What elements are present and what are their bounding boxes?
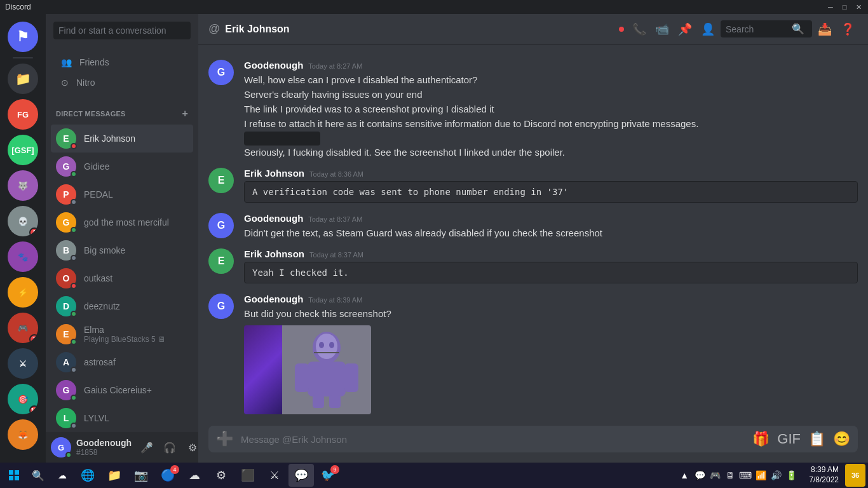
tray-monitor-icon[interactable]: 🖥 bbox=[724, 469, 736, 482]
status-dot-erik bbox=[71, 143, 77, 149]
add-friend-button[interactable]: 👤 bbox=[698, 19, 718, 39]
tray-battery-icon[interactable]: 🔋 bbox=[785, 469, 797, 482]
server-icon-home[interactable]: ⚑ bbox=[8, 22, 38, 52]
server-icon-gsf[interactable]: [GSF] bbox=[8, 135, 38, 165]
gif-button[interactable]: GIF bbox=[775, 426, 803, 452]
taskbar-search-button[interactable]: 🔍 bbox=[27, 464, 50, 487]
mute-button[interactable]: 🎤 bbox=[137, 437, 157, 458]
deafen-button[interactable]: 🎧 bbox=[159, 437, 180, 458]
server-icon-4[interactable]: 🎮 7 bbox=[8, 313, 38, 343]
camera-icon: 📷 bbox=[134, 468, 148, 482]
video-button[interactable]: 📹 bbox=[652, 19, 672, 39]
taskbar-twitter[interactable]: 🐦 9 bbox=[315, 464, 341, 487]
status-dot-godmost bbox=[71, 227, 77, 233]
message-author-3[interactable]: Goodenough bbox=[244, 213, 303, 224]
notification-badge[interactable]: 36 bbox=[845, 464, 865, 487]
dm-item-bigsmoke[interactable]: B Big smoke bbox=[51, 236, 193, 264]
maximize-button[interactable]: □ bbox=[840, 3, 849, 11]
taskbar-explorer[interactable]: 📁 bbox=[102, 464, 127, 487]
add-attachment-button[interactable]: ➕ bbox=[214, 426, 236, 452]
minimize-button[interactable]: ─ bbox=[826, 3, 835, 11]
message-avatar-5[interactable]: G bbox=[208, 294, 234, 319]
message-timestamp-1: Today at 8:27 AM bbox=[308, 62, 362, 70]
explorer-icon: 📁 bbox=[107, 468, 121, 482]
dm-name-elma: Elma bbox=[84, 325, 188, 335]
message-text-1a: Well, how else can I prove I disabled th… bbox=[244, 73, 858, 86]
taskbar-app1[interactable]: ⚙ bbox=[208, 464, 234, 487]
server-icon-2[interactable]: 🐾 bbox=[8, 241, 38, 272]
messages-area: G Goodenough Today at 8:27 AM Well, how … bbox=[198, 44, 868, 426]
tray-volume-icon[interactable]: 🔊 bbox=[770, 469, 782, 482]
tray-steam-icon[interactable]: 🎮 bbox=[709, 469, 721, 482]
dm-section-header: DIRECT MESSAGES + bbox=[46, 98, 198, 122]
message-avatar-3[interactable]: G bbox=[208, 213, 234, 238]
help-button[interactable]: ❓ bbox=[837, 19, 858, 39]
close-button[interactable]: ✕ bbox=[854, 3, 863, 11]
dm-item-pedal[interactable]: P PEDAL bbox=[51, 180, 193, 208]
dm-item-astrosaf[interactable]: A astrosaf bbox=[51, 348, 193, 376]
taskbar-camera[interactable]: 📷 bbox=[128, 464, 154, 487]
inbox-button[interactable]: 📥 bbox=[815, 19, 835, 39]
message-author-4[interactable]: Erik Johnson bbox=[244, 248, 304, 259]
dm-item-lylvl[interactable]: L LYLVL bbox=[51, 404, 193, 432]
emoji-button[interactable]: 😊 bbox=[831, 426, 853, 452]
message-author-2[interactable]: Erik Johnson bbox=[244, 168, 304, 179]
dm-item-elma[interactable]: E Elma Playing BlueStacks 5 🖥 bbox=[51, 320, 193, 348]
pin-button[interactable]: 📌 bbox=[675, 19, 695, 39]
start-button[interactable] bbox=[3, 464, 25, 487]
dm-item-gidiee[interactable]: G Gidiee bbox=[51, 152, 193, 180]
server-icon-folder[interactable]: 📁 bbox=[8, 64, 38, 94]
message-avatar-4[interactable]: E bbox=[208, 248, 234, 274]
message-spoiler-1[interactable] bbox=[244, 132, 320, 146]
taskbar-edge[interactable]: 🌐 bbox=[75, 464, 100, 487]
taskbar-chrome[interactable]: 🔵 4 bbox=[155, 464, 180, 487]
sticker-button[interactable]: 📋 bbox=[806, 426, 828, 452]
dm-name-astrosaf: astrosaf bbox=[84, 357, 188, 367]
add-dm-button[interactable]: + bbox=[182, 108, 188, 119]
server-icon-5[interactable]: ⚔ bbox=[8, 348, 38, 379]
server-icon-6[interactable]: 🎯 15 bbox=[8, 384, 38, 414]
tray-wifi-icon[interactable]: 📶 bbox=[754, 469, 767, 482]
dm-search-area bbox=[46, 14, 198, 47]
chat-message-input[interactable] bbox=[241, 427, 745, 452]
gift-button[interactable]: 🎁 bbox=[750, 426, 772, 452]
dm-avatar-pedal: P bbox=[56, 184, 76, 205]
server-icon-7[interactable]: 🦊 bbox=[8, 419, 38, 450]
nav-nitro[interactable]: ⊙ Nitro bbox=[51, 72, 193, 93]
message-image-5[interactable] bbox=[244, 325, 371, 414]
dm-item-erik[interactable]: E Erik Johnson bbox=[51, 125, 193, 152]
tray-discord-icon[interactable]: 💬 bbox=[693, 469, 706, 482]
server-icon-fg[interactable]: FG bbox=[8, 99, 38, 130]
dm-avatar-deeznutz: D bbox=[56, 296, 76, 316]
taskbar-discord[interactable]: 💬 bbox=[288, 464, 314, 487]
message-avatar-2[interactable]: E bbox=[208, 168, 234, 193]
taskbar-app2[interactable]: ⬛ bbox=[235, 464, 261, 487]
svg-point-6 bbox=[316, 334, 337, 359]
message-avatar-1[interactable]: G bbox=[208, 60, 234, 85]
dm-avatar-lylvl: L bbox=[56, 408, 76, 428]
server-icon-wolf[interactable]: 🐺 bbox=[8, 170, 38, 201]
nav-friends[interactable]: 👥 Friends bbox=[51, 52, 193, 72]
dm-sidebar: 👥 Friends ⊙ Nitro DIRECT MESSAGES + E Er… bbox=[46, 14, 198, 463]
dm-item-outkast[interactable]: O outkast bbox=[51, 264, 193, 292]
tray-icon-1[interactable]: ▲ bbox=[678, 469, 691, 482]
server-icon-3[interactable]: ⚡ bbox=[8, 277, 38, 308]
dm-search-input[interactable] bbox=[53, 22, 191, 39]
server-icon-1[interactable]: 💀 1 bbox=[8, 206, 38, 236]
taskbar-league[interactable]: ⚔ bbox=[262, 464, 287, 487]
dm-item-gaius[interactable]: G Gaius Cicereius+ bbox=[51, 376, 193, 404]
call-button[interactable]: 📞 bbox=[629, 19, 649, 39]
message-author-5[interactable]: Goodenough bbox=[244, 294, 303, 304]
dm-list: E Erik Johnson G Gidiee P bbox=[46, 122, 198, 432]
dm-item-deeznutz[interactable]: D deeznutz bbox=[51, 292, 193, 320]
taskbar-cloud[interactable]: ☁ bbox=[182, 464, 207, 487]
taskbar-widget[interactable]: ☁ bbox=[51, 464, 74, 487]
message-author-1[interactable]: Goodenough bbox=[244, 60, 303, 71]
search-input[interactable] bbox=[726, 24, 789, 34]
dm-item-godmost[interactable]: G god the most merciful bbox=[51, 208, 193, 236]
tray-keyboard-icon[interactable]: ⌨ bbox=[739, 469, 752, 482]
taskbar-clock[interactable]: 8:39 AM 7/8/2022 bbox=[804, 465, 844, 485]
dm-name-outkast: outkast bbox=[84, 273, 188, 283]
app-body: ⚑ 📁 FG [GSF] 🐺 💀 1 🐾 ⚡ 🎮 7 ⚔ 🎯 bbox=[0, 14, 868, 463]
status-dot-pedal bbox=[71, 199, 77, 205]
